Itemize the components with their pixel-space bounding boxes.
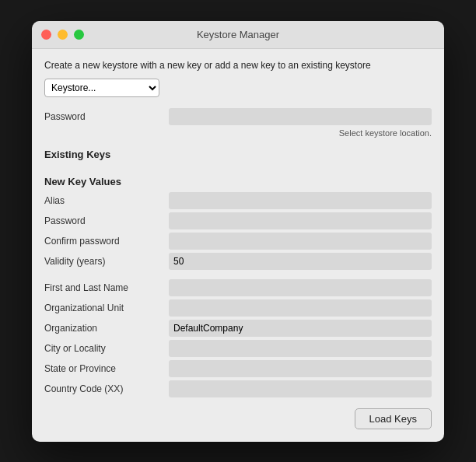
minimize-button[interactable] (58, 30, 68, 40)
alias-label: Alias (44, 192, 169, 209)
city-locality-label: City or Locality (44, 340, 169, 357)
keystore-manager-window: Keystore Manager Create a new keystore w… (32, 21, 444, 442)
keystore-hint: Select keystore location. (169, 127, 432, 141)
close-button[interactable] (41, 30, 51, 40)
validity-input[interactable] (169, 253, 432, 270)
subtitle-text: Create a new keystore with a new key or … (44, 60, 432, 71)
keystore-row: Keystore... (44, 79, 432, 97)
org-unit-label: Organizational Unit (44, 299, 169, 317)
confirm-password-input[interactable] (169, 233, 432, 250)
first-last-name-label: First and Last Name (44, 279, 169, 296)
city-locality-input[interactable] (169, 340, 432, 357)
first-last-name-input[interactable] (169, 279, 432, 296)
alias-input[interactable] (169, 192, 432, 209)
window-content: Create a new keystore with a new key or … (32, 49, 444, 442)
validity-label: Validity (years) (44, 253, 169, 270)
password-input[interactable] (169, 108, 432, 125)
organization-label: Organization (44, 320, 169, 337)
keystore-select[interactable]: Keystore... (44, 79, 159, 97)
existing-keys-header: Existing Keys (44, 149, 432, 160)
load-keys-button[interactable]: Load Keys (355, 408, 432, 429)
country-code-input[interactable] (169, 380, 432, 397)
state-province-label: State or Province (44, 360, 169, 377)
maximize-button[interactable] (74, 30, 84, 40)
new-key-values-header: New Key Values (44, 176, 432, 187)
confirm-password-label: Confirm password (44, 233, 169, 250)
organization-input[interactable] (169, 320, 432, 337)
state-province-input[interactable] (169, 360, 432, 377)
window-title: Keystore Manager (197, 29, 279, 40)
button-row: Load Keys (44, 408, 432, 429)
new-password-label: Password (44, 212, 169, 229)
main-form: Password Select keystore location. Exist… (44, 107, 432, 399)
org-unit-input[interactable] (169, 299, 432, 317)
title-bar: Keystore Manager (32, 21, 444, 49)
title-bar-buttons (41, 30, 84, 40)
country-code-label: Country Code (XX) (44, 380, 169, 397)
new-password-input[interactable] (169, 212, 432, 229)
password-label: Password (44, 108, 169, 125)
